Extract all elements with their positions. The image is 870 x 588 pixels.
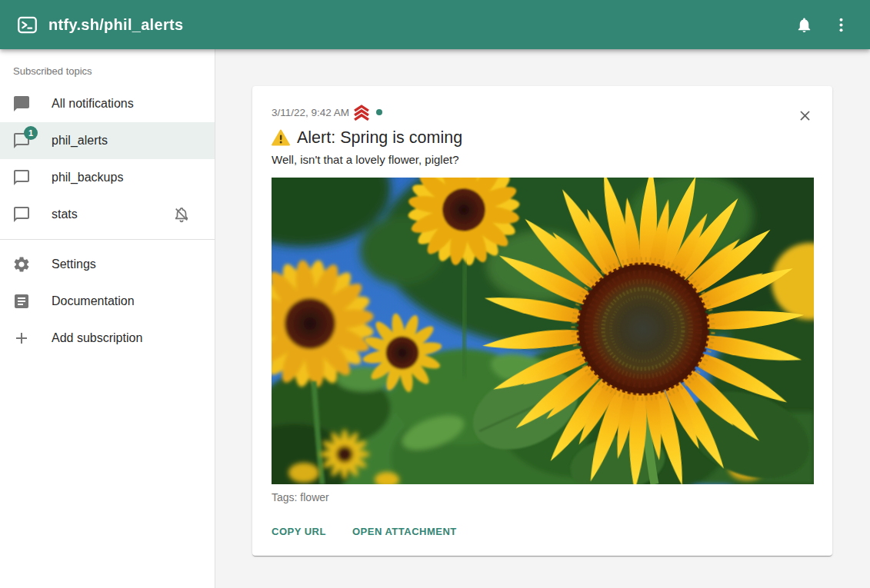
sidebar-item-label: phil_alerts [52, 134, 108, 148]
open-attachment-button[interactable]: OPEN ATTACHMENT [352, 523, 457, 540]
chat-bubble-outline-icon [12, 205, 31, 224]
sidebar-item-label: Settings [52, 257, 96, 271]
article-icon [12, 292, 31, 311]
notification-actions: COPY URL OPEN ATTACHMENT [272, 523, 814, 540]
unread-count-badge: 1 [24, 126, 38, 140]
sidebar-item-settings[interactable]: Settings [0, 246, 215, 283]
sidebar-item-phil-alerts[interactable]: 1 phil_alerts [0, 122, 215, 159]
sidebar-item-add-subscription[interactable]: Add subscription [0, 320, 215, 357]
notification-title-row: Alert: Spring is coming [272, 127, 814, 148]
attachment-image[interactable] [272, 178, 814, 484]
app-bar: ntfy.sh/phil_alerts [0, 0, 870, 49]
sidebar-item-label: Add subscription [52, 331, 142, 345]
chat-bubble-outline-icon [12, 168, 31, 187]
sidebar-item-label: Documentation [52, 294, 135, 308]
notification-card: 3/11/22, 9:42 AM [252, 86, 832, 556]
chat-bubble-outline-icon: 1 [12, 131, 31, 150]
sidebar-item-documentation[interactable]: Documentation [0, 283, 215, 320]
notification-timestamp: 3/11/22, 9:42 AM [272, 107, 349, 118]
sidebar-item-stats[interactable]: stats [0, 196, 215, 233]
sidebar-item-label: All notifications [52, 97, 134, 111]
notifications-off-icon [172, 205, 191, 224]
copy-url-button[interactable]: COPY URL [272, 523, 326, 540]
page-title: ntfy.sh/phil_alerts [48, 16, 183, 34]
unread-dot [376, 109, 382, 115]
notification-title: Alert: Spring is coming [297, 127, 462, 148]
warning-emoji-icon [272, 128, 290, 147]
close-icon[interactable] [794, 105, 815, 126]
sidebar-item-all-notifications[interactable]: All notifications [0, 85, 215, 122]
main-content: 3/11/22, 9:42 AM [215, 49, 870, 588]
sidebar-item-label: phil_backups [52, 171, 123, 184]
settings-gear-icon [12, 255, 31, 274]
notification-tags: Tags: flower [272, 491, 814, 503]
sidebar: Subscribed topics All notifications 1 ph… [0, 49, 215, 588]
sidebar-divider [0, 239, 215, 240]
sidebar-item-phil-backups[interactable]: phil_backups [0, 159, 215, 196]
chat-bubble-filled-icon [12, 95, 31, 113]
terminal-logo-icon [17, 15, 38, 35]
kebab-menu-icon[interactable] [824, 8, 858, 42]
sidebar-item-label: stats [52, 208, 78, 221]
sidebar-section-label: Subscribed topics [0, 49, 215, 85]
notification-body: Well, isn't that a lovely flower, piglet… [272, 153, 814, 166]
priority-max-icon [352, 104, 371, 121]
plus-icon [12, 329, 31, 347]
notification-meta: 3/11/22, 9:42 AM [272, 104, 814, 121]
notifications-icon[interactable] [787, 8, 821, 42]
